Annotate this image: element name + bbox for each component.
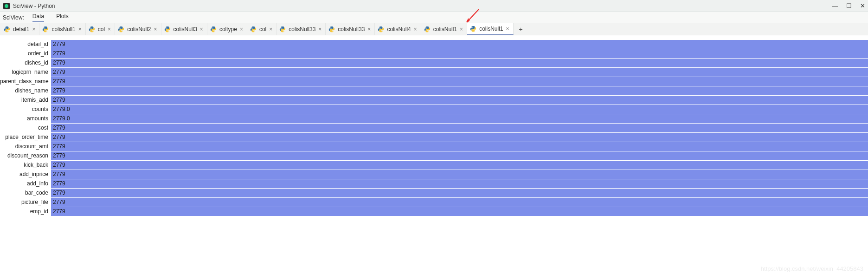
table-row[interactable]: discount_amt2779 [0, 142, 868, 151]
menu-item-data[interactable]: Data [32, 13, 44, 22]
svg-point-16 [281, 26, 282, 27]
row-name: kick_back [0, 161, 51, 170]
row-name: add_inprice [0, 170, 51, 179]
close-icon[interactable]: × [460, 26, 463, 32]
row-value-wrap: 2779 [51, 40, 868, 49]
row-name: place_order_time [0, 133, 51, 142]
table-row[interactable]: dishes_id2779 [0, 59, 868, 67]
python-icon [164, 26, 171, 33]
table-row[interactable]: itemis_add2779 [0, 96, 868, 105]
row-value-wrap: 2779 [51, 179, 868, 188]
close-icon[interactable]: × [78, 26, 82, 32]
maximize-button[interactable]: ☐ [846, 2, 852, 9]
table-row[interactable]: picture_file2779 [0, 198, 868, 207]
row-value-wrap: 2779 [51, 59, 868, 67]
tab-colisNull1[interactable]: colisNull1× [421, 23, 467, 35]
tab-colisNull3[interactable]: colisNull3× [161, 23, 207, 35]
table-row[interactable]: detail_id2779 [0, 40, 868, 49]
close-icon[interactable]: × [32, 26, 35, 32]
window-controls: — ☐ ✕ [832, 2, 865, 9]
close-icon[interactable]: × [269, 26, 272, 32]
close-icon[interactable]: × [240, 26, 243, 32]
python-icon [279, 26, 286, 33]
tab-label: colisNull1 [51, 26, 75, 33]
row-value: 2779 [51, 96, 868, 105]
table-row[interactable]: add_info2779 [0, 179, 868, 188]
tab-colisNull33[interactable]: colisNull33× [276, 23, 326, 35]
row-name: amounts [0, 114, 51, 123]
table-row[interactable]: parent_class_name2779 [0, 77, 868, 86]
tab-label: colisNull2 [127, 26, 151, 33]
tab-coltype[interactable]: coltype× [207, 23, 247, 35]
tab-col[interactable]: col× [247, 23, 276, 35]
table-row[interactable]: dishes_name2779 [0, 86, 868, 95]
tab-colisNull33[interactable]: colisNull33× [326, 23, 375, 35]
row-name: parent_class_name [0, 77, 51, 86]
tab-col[interactable]: col× [86, 23, 115, 35]
table-row[interactable]: discount_reason2779 [0, 151, 868, 160]
row-value: 2779 [51, 77, 868, 86]
row-value: 2779 [51, 161, 868, 170]
table-row[interactable]: emp_id2779 [0, 207, 868, 216]
new-tab-button[interactable]: + [514, 26, 528, 33]
python-icon [378, 26, 384, 33]
svg-point-18 [330, 26, 331, 27]
tab-label: colisNull33 [338, 26, 365, 33]
close-icon[interactable]: × [154, 26, 157, 32]
row-value: 2779 [51, 59, 868, 67]
python-icon [424, 26, 431, 33]
tab-label: colisNull1 [433, 26, 457, 33]
tab-label: col [98, 26, 105, 33]
close-icon[interactable]: × [108, 26, 111, 32]
panel-label: SciView: [3, 14, 24, 21]
tab-colisNull1[interactable]: colisNull1× [39, 23, 85, 35]
close-icon[interactable]: × [414, 26, 417, 32]
window-title: SciView - Python [13, 3, 832, 9]
row-value: 2779 [51, 49, 868, 58]
svg-point-3 [8, 31, 8, 31]
svg-point-11 [168, 31, 168, 31]
table-row[interactable]: counts2779.0 [0, 105, 868, 114]
menubar: SciView: DataPlots [0, 12, 868, 23]
row-name: emp_id [0, 207, 51, 216]
close-icon[interactable]: × [318, 26, 321, 32]
minimize-button[interactable]: — [832, 2, 838, 9]
row-value: 2779 [51, 207, 868, 216]
menu-item-plots[interactable]: Plots [56, 13, 69, 22]
tab-colisNull2[interactable]: colisNull2× [115, 23, 161, 35]
python-icon [4, 26, 10, 33]
close-icon[interactable]: × [506, 26, 509, 32]
svg-point-21 [382, 31, 382, 31]
table-row[interactable]: amounts2779.0 [0, 114, 868, 123]
table-row[interactable]: bar_code2779 [0, 189, 868, 197]
table-row[interactable]: order_id2779 [0, 49, 868, 58]
close-icon[interactable]: × [200, 26, 203, 32]
table-row[interactable]: add_inprice2779 [0, 170, 868, 179]
row-name: add_info [0, 179, 51, 188]
tab-label: colisNull4 [387, 26, 411, 33]
table-row[interactable]: place_order_time2779 [0, 133, 868, 142]
row-value-wrap: 2779 [51, 124, 868, 132]
table-row[interactable]: kick_back2779 [0, 161, 868, 170]
row-name: logicprn_name [0, 68, 51, 77]
tab-detail1[interactable]: detail1× [1, 23, 39, 35]
tab-colisNull1[interactable]: colisNull1× [467, 23, 513, 35]
tab-label: coltype [219, 26, 237, 33]
row-value-wrap: 2779 [51, 96, 868, 105]
row-value-wrap: 2779 [51, 151, 868, 160]
python-icon [470, 26, 476, 32]
app-icon [3, 2, 10, 10]
close-button[interactable]: ✕ [860, 2, 865, 9]
svg-point-22 [426, 26, 426, 27]
svg-point-1 [5, 4, 8, 8]
tab-colisNull4[interactable]: colisNull4× [375, 23, 421, 35]
row-name: counts [0, 105, 51, 114]
close-icon[interactable]: × [367, 26, 371, 32]
row-value-wrap: 2779 [51, 189, 868, 197]
python-icon [89, 26, 95, 33]
table-row[interactable]: cost2779 [0, 124, 868, 132]
row-value-wrap: 2779 [51, 207, 868, 216]
row-value: 2779 [51, 68, 868, 77]
table-row[interactable]: logicprn_name2779 [0, 68, 868, 77]
svg-point-13 [214, 31, 215, 31]
